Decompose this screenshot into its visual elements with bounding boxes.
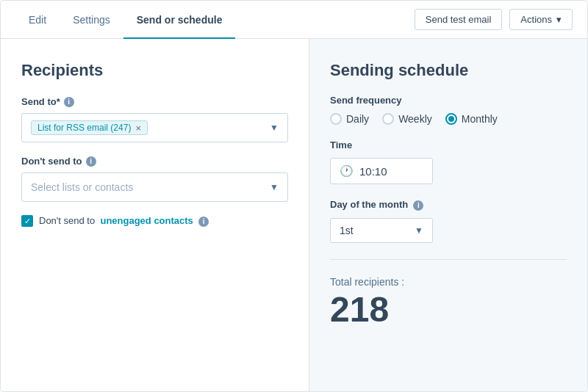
total-recipients-label: Total recipients :	[330, 276, 567, 288]
sending-schedule-panel: Sending schedule Send frequency Daily We…	[309, 39, 587, 391]
weekly-radio-button[interactable]	[382, 113, 394, 125]
send-to-label: Send to* i	[21, 96, 288, 107]
checkbox-check-icon: ✓	[24, 217, 31, 225]
dont-send-to-info-icon[interactable]: i	[86, 156, 96, 167]
send-test-email-button[interactable]: Send test email	[415, 9, 503, 30]
tab-send-schedule[interactable]: Send or schedule	[123, 1, 236, 39]
dont-send-to-select[interactable]: Select lists or contacts ▼	[21, 173, 288, 202]
day-select-arrow-icon: ▼	[415, 225, 423, 236]
send-to-tag: List for RSS email (247) ×	[31, 120, 148, 135]
unengaged-info-icon[interactable]: i	[198, 217, 209, 227]
unengaged-label: Don't send to unengaged contacts i	[39, 215, 209, 227]
actions-button[interactable]: Actions ▾	[509, 9, 573, 30]
main-container: Edit Settings Send or schedule Send test…	[0, 0, 588, 392]
frequency-weekly[interactable]: Weekly	[382, 113, 432, 125]
frequency-monthly[interactable]: Monthly	[445, 113, 498, 125]
time-input[interactable]	[359, 165, 418, 178]
clock-icon: 🕐	[340, 164, 354, 178]
recipients-title: Recipients	[21, 61, 288, 80]
nav-actions: Send test email Actions ▾	[415, 9, 573, 30]
unengaged-contacts-link[interactable]: unengaged contacts	[100, 215, 193, 226]
day-of-month-label: Day of the month i	[330, 199, 567, 211]
recipients-panel: Recipients Send to* i List for RSS email…	[1, 39, 309, 391]
day-info-icon[interactable]: i	[413, 200, 423, 211]
weekly-label: Weekly	[398, 113, 432, 125]
monthly-radio-inner	[448, 116, 454, 122]
daily-label: Daily	[346, 113, 369, 125]
unengaged-checkbox[interactable]: ✓	[21, 215, 33, 227]
nav-tabs: Edit Settings Send or schedule	[15, 1, 415, 38]
tab-settings[interactable]: Settings	[60, 1, 123, 39]
day-of-month-select[interactable]: 1st ▼	[330, 218, 433, 243]
time-input-wrapper: 🕐	[330, 158, 433, 184]
tab-edit[interactable]: Edit	[15, 1, 60, 39]
send-to-select[interactable]: List for RSS email (247) × ▼	[21, 113, 288, 142]
main-content: Recipients Send to* i List for RSS email…	[1, 39, 587, 391]
send-to-dropdown-arrow-icon: ▼	[270, 123, 279, 133]
tag-close-icon[interactable]: ×	[135, 123, 141, 133]
top-nav: Edit Settings Send or schedule Send test…	[1, 1, 587, 39]
time-label: Time	[330, 139, 567, 150]
divider	[330, 259, 567, 260]
send-to-tags: List for RSS email (247) ×	[31, 120, 148, 135]
send-to-info-icon[interactable]: i	[64, 97, 74, 107]
frequency-daily[interactable]: Daily	[330, 113, 369, 125]
unengaged-checkbox-row: ✓ Don't send to unengaged contacts i	[21, 215, 288, 227]
day-select-value: 1st	[340, 225, 354, 236]
send-frequency-label: Send frequency	[330, 95, 567, 106]
dont-send-to-dropdown-arrow-icon: ▼	[270, 182, 279, 192]
frequency-radio-group: Daily Weekly Monthly	[330, 113, 567, 125]
dont-send-to-label: Don't send to i	[21, 156, 288, 167]
chevron-down-icon: ▾	[556, 14, 562, 25]
monthly-label: Monthly	[462, 113, 498, 125]
daily-radio-button[interactable]	[330, 113, 342, 125]
dont-send-to-placeholder: Select lists or contacts	[31, 181, 133, 193]
schedule-title: Sending schedule	[330, 61, 567, 80]
monthly-radio-button[interactable]	[445, 113, 457, 125]
dont-send-to-group: Don't send to i Select lists or contacts…	[21, 156, 288, 202]
total-recipients-value: 218	[330, 292, 567, 327]
send-to-group: Send to* i List for RSS email (247) × ▼	[21, 96, 288, 142]
